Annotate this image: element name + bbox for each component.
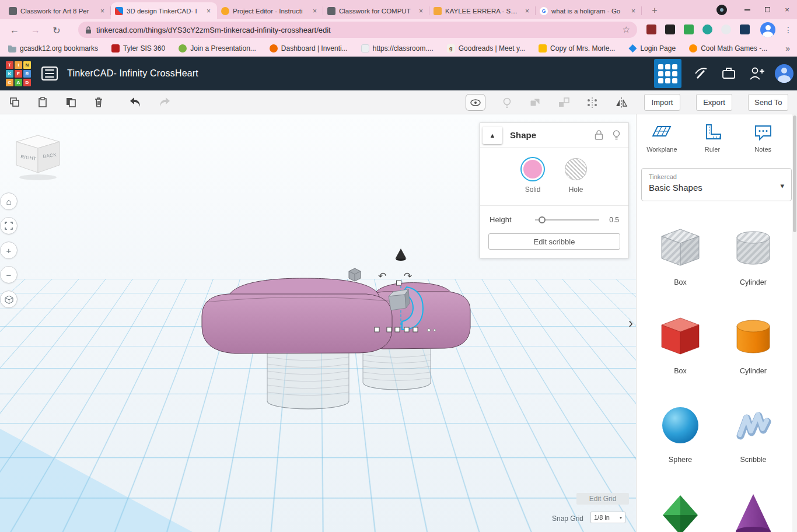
redo-icon[interactable]	[158, 96, 172, 108]
tab-close-icon[interactable]: ×	[523, 6, 532, 15]
extension-icon[interactable]	[646, 24, 656, 34]
tab-classwork-computer[interactable]: Classwork for COMPUT ×	[323, 2, 429, 19]
snap-grid-select[interactable]: 1/8 in ▾	[590, 512, 625, 523]
hole-option[interactable]: Hole	[565, 158, 587, 194]
tab-kaylee-stem[interactable]: KAYLEE ERRERA - STEM ×	[429, 2, 536, 19]
3d-viewport[interactable]: ↶ ↷ RIGHT BACK	[0, 114, 636, 532]
bookmark-item[interactable]: Login Page	[628, 44, 676, 52]
refresh-icon[interactable]: ↻	[49, 23, 64, 38]
solid-swatch[interactable]	[522, 158, 544, 180]
shape-tile-hole-cylinder[interactable]: Cylinder	[721, 223, 785, 286]
tab-project-editor[interactable]: Project Editor - Instructi ×	[217, 2, 323, 19]
solid-option[interactable]: Solid	[522, 158, 544, 194]
shape-tile-sphere[interactable]: Sphere	[648, 401, 712, 464]
tab-close-icon[interactable]: ×	[98, 6, 107, 15]
import-button[interactable]: Import	[644, 94, 680, 111]
send-to-button[interactable]: Send To	[748, 94, 788, 111]
align-icon[interactable]	[586, 96, 599, 109]
shape-tile-orange-cylinder[interactable]: Cylinder	[721, 312, 785, 375]
shape-tile-hole-box[interactable]: Box	[648, 223, 712, 286]
url-field[interactable]: tinkercad.com/things/dYS3cY2zmSm-tinkerc…	[78, 22, 637, 38]
bookmark-item[interactable]: https://classroom....	[361, 44, 434, 52]
shape-tile-diamond[interactable]	[648, 489, 712, 532]
minecraft-pickaxe-icon[interactable]	[693, 65, 708, 80]
design-menu-icon[interactable]	[41, 66, 58, 80]
tab-classwork-art[interactable]: Classwork for Art 8 Per ×	[5, 2, 111, 19]
export-button[interactable]: Export	[696, 94, 732, 111]
bookmark-item[interactable]: gcasdk12.org bookmarks	[8, 44, 98, 52]
browser-status-icon[interactable]	[716, 5, 727, 15]
inspector-collapse-button[interactable]: ▲	[483, 127, 502, 144]
shape-tile-cone[interactable]	[721, 489, 785, 532]
bookmark-item[interactable]: Copy of Mrs. Morle...	[539, 44, 615, 52]
bookmarks-overflow-icon[interactable]: »	[785, 44, 790, 53]
tab-tinkercad[interactable]: 3D design TinkerCAD- I ×	[111, 2, 217, 19]
minimize-button[interactable]	[737, 0, 757, 19]
zoom-out-button[interactable]: −	[0, 266, 18, 284]
tab-google-search[interactable]: G what is a holigram - Go ×	[536, 2, 642, 19]
hole-cylinder-left[interactable]	[267, 350, 349, 409]
back-icon[interactable]: ←	[7, 23, 22, 38]
account-avatar[interactable]	[775, 64, 793, 83]
tab-close-icon[interactable]: ×	[417, 6, 425, 15]
delete-icon[interactable]	[92, 96, 105, 108]
lock-icon[interactable]	[595, 130, 603, 140]
rotate-right-icon[interactable]: ↷	[404, 271, 412, 282]
tab-close-icon[interactable]: ×	[629, 6, 638, 15]
bookmark-item[interactable]: Join a Presentation...	[179, 44, 256, 52]
new-tab-button[interactable]: +	[648, 4, 662, 18]
browser-menu-icon[interactable]: ⋮	[782, 23, 794, 37]
undo-icon[interactable]	[128, 96, 142, 108]
notes-tool[interactable]: Notes	[740, 123, 786, 153]
extension-icon[interactable]	[721, 24, 731, 34]
show-all-button[interactable]	[466, 94, 485, 111]
extension-icon[interactable]	[740, 24, 750, 34]
home-view-button[interactable]: ⌂	[0, 192, 18, 210]
zoom-in-button[interactable]: +	[0, 242, 18, 259]
tinkercad-logo[interactable]: TIN KER CAD	[6, 61, 31, 86]
bookmark-star-icon[interactable]: ☆	[623, 24, 630, 35]
tab-close-icon[interactable]: ×	[204, 6, 213, 15]
profile-avatar[interactable]	[760, 22, 775, 37]
duplicate-icon[interactable]	[64, 96, 77, 108]
panel-scrollbar[interactable]	[792, 114, 797, 532]
tab-close-icon[interactable]: ×	[310, 6, 319, 15]
shape-category-dropdown[interactable]: Tinkercad Basic Shapes ▾	[641, 168, 792, 201]
bookmark-item[interactable]: gGoodreads | Meet y...	[447, 44, 525, 52]
hole-swatch[interactable]	[565, 158, 587, 180]
ungroup-icon[interactable]	[557, 96, 570, 109]
nut-handle-icon[interactable]	[349, 268, 361, 281]
perspective-toggle-button[interactable]	[0, 290, 18, 308]
extension-icon[interactable]	[665, 24, 675, 34]
add-person-icon[interactable]	[748, 65, 765, 82]
blocks-editor-button[interactable]	[654, 59, 681, 88]
scrollbar-thumb[interactable]	[793, 116, 796, 232]
edit-grid-button[interactable]: Edit Grid	[576, 493, 629, 505]
shape-tile-scribble[interactable]: Scribble	[721, 401, 785, 464]
rotate-left-icon[interactable]: ↶	[378, 271, 386, 282]
workplane-tool[interactable]: Workplane	[638, 123, 685, 153]
close-button[interactable]: ×	[777, 0, 797, 19]
edit-scribble-button[interactable]: Edit scribble	[488, 233, 620, 250]
extension-icon[interactable]	[684, 24, 694, 34]
hole-cylinder-right[interactable]	[363, 349, 431, 390]
shape-tile-red-box[interactable]: Box	[648, 312, 712, 375]
forward-icon[interactable]: →	[28, 23, 43, 38]
bookmark-item[interactable]: Dashboard | Inventi...	[270, 44, 348, 52]
height-slider[interactable]	[535, 216, 599, 223]
extension-icon[interactable]	[702, 24, 712, 34]
briefcase-icon[interactable]	[721, 65, 736, 80]
visibility-bulb-icon[interactable]	[613, 130, 620, 141]
paste-icon[interactable]	[36, 96, 49, 108]
bookmark-item[interactable]: Tyler SIS 360	[111, 44, 165, 52]
view-cube[interactable]: RIGHT BACK	[11, 132, 67, 182]
ruler-tool[interactable]: Ruler	[689, 123, 736, 153]
height-arrow-icon[interactable]	[396, 249, 407, 261]
bookmark-item[interactable]: Cool Math Games -...	[689, 44, 767, 52]
lighting-icon[interactable]	[501, 96, 513, 109]
heart-slab-left[interactable]	[202, 294, 392, 354]
group-icon[interactable]	[529, 96, 541, 109]
fit-view-button[interactable]	[0, 217, 18, 235]
panel-collapse-handle[interactable]: ›	[625, 312, 636, 335]
flip-icon[interactable]	[614, 96, 628, 109]
